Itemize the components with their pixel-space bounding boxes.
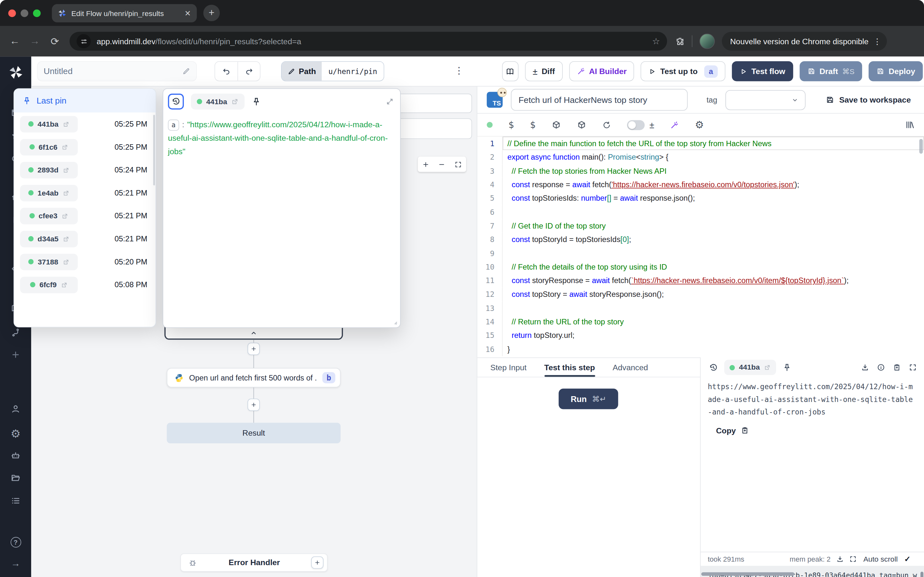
job-id-chip[interactable]: 6fcf9 xyxy=(20,276,78,293)
pin-list-item[interactable]: 3718805:20 PM xyxy=(14,250,156,274)
new-tab-button[interactable]: + xyxy=(204,5,220,21)
editor-scrollbar[interactable] xyxy=(919,139,923,153)
chrome-update-button[interactable]: Nouvelle version de Chrome disponible ⋮ xyxy=(722,32,887,51)
diff-button[interactable]: ±Diff xyxy=(525,61,562,81)
clipboard-icon[interactable] xyxy=(893,363,901,372)
path-button[interactable]: Path xyxy=(282,62,322,81)
code-line[interactable]: 6 xyxy=(477,205,924,219)
close-window-button[interactable] xyxy=(8,9,16,17)
code-line[interactable]: 8 const topStoryId = topStoriesIds[0]; xyxy=(477,233,924,247)
fullscreen-icon[interactable] xyxy=(909,363,917,372)
tab-step-input[interactable]: Step Input xyxy=(490,363,527,377)
more-options-icon[interactable]: ⋮ xyxy=(454,65,464,76)
sidebar-item-folder[interactable] xyxy=(0,473,31,483)
external-link-icon[interactable] xyxy=(63,235,69,242)
redo-button[interactable] xyxy=(237,62,260,81)
job-id-chip[interactable]: 441ba xyxy=(724,359,776,375)
tab-advanced[interactable]: Advanced xyxy=(612,363,648,377)
undo-button[interactable] xyxy=(215,62,237,81)
draft-button[interactable]: Draft⌘S xyxy=(800,61,862,81)
unpin-icon[interactable] xyxy=(252,97,261,106)
tab-close-icon[interactable]: ✕ xyxy=(184,9,191,18)
code-line[interactable]: 1// Define the main function to fetch th… xyxy=(477,137,924,150)
result-key-chip[interactable]: a xyxy=(168,119,179,131)
code-line[interactable]: 10 // Fetch the details of the top story… xyxy=(477,260,924,274)
code-line[interactable]: 7 // Get the ID of the top story xyxy=(477,219,924,233)
job-id-chip[interactable]: 6f1c6 xyxy=(20,139,78,155)
pin-list-scrollbar[interactable] xyxy=(153,115,155,185)
code-line[interactable]: 2export async function main(): Promise<s… xyxy=(477,150,924,164)
pin-list-item[interactable]: 441ba05:25 PM xyxy=(14,113,156,135)
back-button[interactable]: ← xyxy=(5,35,25,47)
log-vscrollbar[interactable] xyxy=(921,572,923,577)
sidebar-item-settings-gear[interactable]: ⚙ xyxy=(0,427,31,440)
step-title-input[interactable] xyxy=(511,89,688,111)
code-line[interactable]: 14 // Return the URL of the top story xyxy=(477,315,924,329)
job-id-chip[interactable]: 1e4ab xyxy=(20,185,78,201)
forward-button[interactable]: → xyxy=(25,35,45,47)
library-icon[interactable] xyxy=(905,120,914,129)
external-link-icon[interactable] xyxy=(63,166,69,173)
docs-button[interactable] xyxy=(502,61,519,81)
sidebar-item-user[interactable] xyxy=(0,404,31,414)
diff-mode-icon[interactable]: ± xyxy=(649,120,654,130)
expand-popup-icon[interactable] xyxy=(385,97,394,106)
run-button[interactable]: Run⌘↵ xyxy=(559,388,618,409)
code-line[interactable]: 3 // Fetch the top stories from Hacker N… xyxy=(477,164,924,178)
log-hscrollbar[interactable] xyxy=(701,572,795,576)
add-step-button[interactable] xyxy=(247,343,260,355)
job-id-chip[interactable]: 441ba xyxy=(191,93,245,110)
job-id-chip[interactable]: 441ba xyxy=(20,116,78,132)
pin-list-item[interactable]: 6f1c605:25 PM xyxy=(14,135,156,158)
windmill-logo[interactable] xyxy=(0,65,31,80)
download-icon[interactable] xyxy=(861,363,869,372)
sidebar-item-list[interactable] xyxy=(0,496,31,506)
fit-view-icon[interactable] xyxy=(454,161,462,168)
extensions-icon[interactable] xyxy=(675,37,685,46)
external-link-icon[interactable] xyxy=(61,212,69,219)
collapse-node-icon[interactable] xyxy=(249,329,258,338)
path-group[interactable]: Path u/henri/pin xyxy=(281,61,384,81)
result-node[interactable]: Result xyxy=(167,423,341,443)
add-error-handler-button[interactable] xyxy=(311,556,324,569)
autoscroll-label[interactable]: Auto scroll xyxy=(863,555,898,563)
code-line[interactable]: 15 return topStory.url; xyxy=(477,329,924,342)
pin-result-icon[interactable] xyxy=(783,363,792,372)
minimize-window-button[interactable] xyxy=(21,9,28,17)
browser-menu-icon[interactable]: ⋮ xyxy=(873,37,881,46)
external-link-icon[interactable] xyxy=(764,364,771,371)
external-link-icon[interactable] xyxy=(63,121,69,127)
code-line[interactable]: 13 xyxy=(477,301,924,315)
resources-icon[interactable]: $ xyxy=(530,119,536,130)
info-icon[interactable] xyxy=(877,363,885,372)
autoscroll-check-icon[interactable]: ✓ xyxy=(904,554,911,564)
code-line[interactable]: 4 const response = await fetch('https://… xyxy=(477,177,924,191)
save-to-workspace-button[interactable]: Save to workspace xyxy=(825,95,911,105)
external-link-icon[interactable] xyxy=(231,98,239,105)
reload-button[interactable]: ⟳ xyxy=(45,35,65,47)
code-line[interactable]: 5 const topStoriesIds: number[] = await … xyxy=(477,191,924,205)
url-text[interactable]: app.windmill.dev/flows/edit/u/henri/pin_… xyxy=(97,37,646,46)
test-flow-button[interactable]: Test flow xyxy=(732,61,793,81)
zoom-window-button[interactable] xyxy=(33,9,41,17)
external-link-icon[interactable] xyxy=(62,258,69,265)
ai-builder-button[interactable]: AI Builder xyxy=(569,61,634,81)
zoom-out-icon[interactable] xyxy=(438,161,446,168)
expand-logs-icon[interactable] xyxy=(849,555,857,563)
sidebar-item-route[interactable] xyxy=(0,327,31,337)
step-node-b[interactable]: Open url and fetch first 500 words of ..… xyxy=(167,368,341,388)
tab-test-this-step[interactable]: Test this step xyxy=(544,363,595,377)
test-up-to-button[interactable]: Test up toa xyxy=(641,61,725,81)
pin-list-item[interactable]: cfee305:21 PM xyxy=(14,204,156,227)
deploy-button[interactable]: Deploy xyxy=(869,61,923,81)
code-line[interactable]: 9 xyxy=(477,246,924,260)
window-controls[interactable] xyxy=(8,9,41,17)
ai-assist-icon[interactable] xyxy=(670,121,679,129)
tag-select[interactable] xyxy=(725,90,806,110)
code-line[interactable]: 11 const storyResponse = await fetch(`ht… xyxy=(477,274,924,287)
sidebar-expand-icon[interactable]: → xyxy=(0,558,31,569)
diff-toggle[interactable] xyxy=(627,120,645,130)
job-id-chip[interactable]: 2893d xyxy=(20,161,78,178)
resize-handle[interactable] xyxy=(391,318,399,326)
code-editor[interactable]: 1// Define the main function to fetch th… xyxy=(477,137,924,358)
